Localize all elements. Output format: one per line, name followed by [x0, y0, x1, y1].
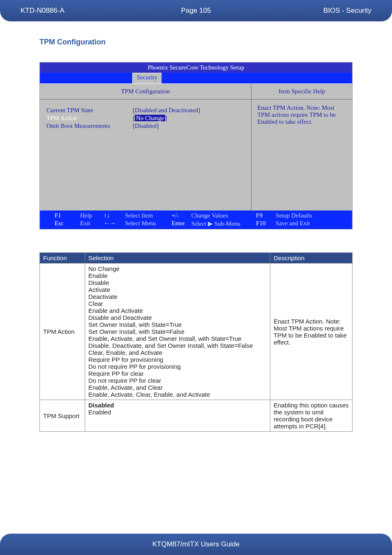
key-updown: ↑↓	[104, 212, 118, 219]
bios-item-tpm-action[interactable]: TPM Action [No Change]	[46, 115, 244, 122]
doc-id: KTD-N0886-A	[0, 7, 138, 15]
bios-tab-security[interactable]: Security	[132, 73, 162, 83]
bios-item-label: Omit Boot Measurements	[46, 123, 133, 130]
cell-selection: Disabled Enabled	[85, 400, 270, 432]
bios-item-omit-boot[interactable]: Omit Boot Measurements [Disabled]	[46, 123, 244, 130]
table-header-row: Function Selection Description	[40, 253, 353, 264]
section-title: TPM Configuration	[39, 38, 353, 46]
key-esc-label: Exit	[80, 220, 90, 227]
th-description: Description	[270, 253, 353, 264]
key-updown-label: Select Item	[125, 212, 153, 219]
bios-item-value: [Disabled]	[133, 123, 159, 130]
bios-item-value: [No Change]	[133, 115, 167, 122]
page-header: KTD-N0886-A Page 105 BIOS - Security	[0, 0, 392, 21]
key-f10: F10	[256, 220, 270, 227]
page-number: Page 105	[138, 7, 255, 15]
bios-tab-row: Security	[40, 73, 352, 83]
bios-item-label: TPM Action	[46, 115, 133, 122]
section-label: BIOS - Security	[254, 7, 392, 15]
key-plusminus: +/-	[172, 212, 186, 219]
bios-title: Phoenix SecureCore Technology Setup	[40, 62, 352, 73]
key-leftright-label: Select Menu	[125, 220, 156, 227]
th-selection: Selection	[85, 253, 270, 264]
key-plusminus-label: Change Values	[191, 212, 228, 219]
page-footer: KTQM87/mITX Users Guide	[0, 534, 392, 555]
cell-function: TPM Support	[40, 400, 85, 432]
key-f1: F1	[55, 212, 69, 219]
bios-items-list: Current TPM State [Disabled and Deactiva…	[40, 99, 251, 210]
bios-left-title: TPM Configuration	[40, 84, 251, 99]
bios-right-title: Item Specific Help	[251, 84, 352, 99]
bios-item-current-tpm-state[interactable]: Current TPM State [Disabled and Deactiva…	[46, 107, 244, 114]
key-enter: Enter	[172, 220, 186, 227]
bios-screenshot: Phoenix SecureCore Technology Setup Secu…	[39, 62, 353, 229]
cell-selection: No Change Enable Disable Activate Deacti…	[85, 264, 270, 400]
key-f9-label: Setup Defaults	[276, 212, 312, 219]
cell-function: TPM Action	[40, 264, 85, 400]
key-esc: Esc	[55, 220, 69, 227]
bios-item-value: [Disabled and Deactivated]	[133, 107, 200, 114]
th-function: Function	[40, 253, 85, 264]
bios-footer: F1 Esc Help Exit ↑↓ ←→ Select Item Selec…	[40, 210, 352, 229]
table-row: TPM Support Disabled Enabled Enabling th…	[40, 400, 353, 432]
description-table: Function Selection Description TPM Actio…	[39, 252, 353, 432]
key-enter-label: Select ▶ Sub-Menu	[191, 220, 240, 227]
bios-help-text: Enact TPM Action. Note: Most TPM actions…	[251, 99, 352, 210]
cell-description: Enact TPM Action. Note: Most TPM actions…	[270, 264, 353, 400]
key-f10-label: Save and Exit	[276, 220, 310, 227]
key-leftright: ←→	[104, 220, 118, 227]
key-f9: F9	[256, 212, 270, 219]
key-f1-label: Help	[80, 212, 92, 219]
table-row: TPM Action No Change Enable Disable Acti…	[40, 264, 353, 400]
bios-item-label: Current TPM State	[46, 107, 133, 114]
cell-description: Enabling this option causes the system t…	[270, 400, 353, 432]
